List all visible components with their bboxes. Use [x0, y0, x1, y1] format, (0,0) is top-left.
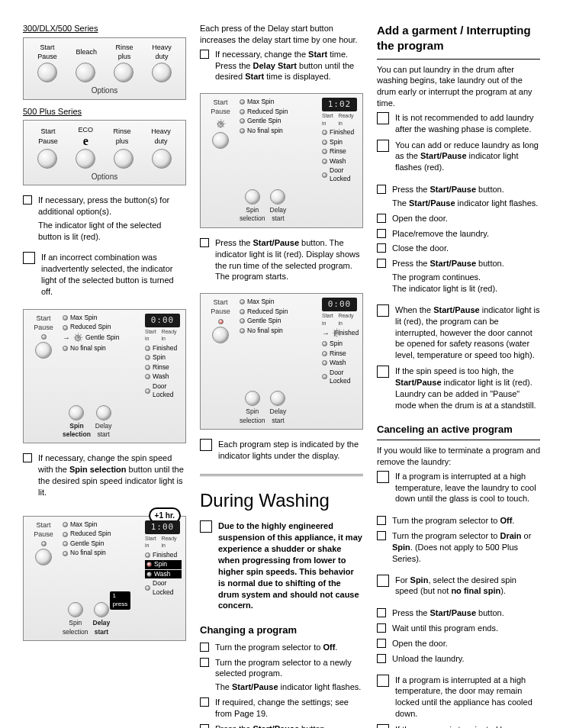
knob-icon — [94, 602, 109, 617]
column-1: 300/DLX/500 Series Start Pause Bleach Ri… — [23, 23, 186, 728]
time-display: 0:00 — [145, 314, 180, 327]
list-item: Press the Start/Pause button.The program… — [377, 258, 540, 295]
control-panel-display-1: Start Pause Max Spin Reduced Spin →Gentl… — [23, 309, 186, 444]
knob-icon — [35, 342, 52, 359]
step-list: If necessary, change the Start time. Pre… — [200, 49, 363, 87]
column-2: Each press of the Delay start button inc… — [200, 23, 363, 728]
options-label: Options — [28, 85, 181, 96]
list-item: When the Start/Pause indicator light is … — [377, 304, 540, 361]
list-item: If required, change the settings; see fr… — [200, 697, 363, 720]
list-item: If a program is interrupted at a high te… — [377, 675, 540, 720]
list-item: It is not recommended to add laundry aft… — [377, 112, 540, 135]
btn-label: Heavy duty — [151, 127, 171, 145]
list-item: Open the door. — [377, 638, 540, 649]
panel-500plus: Start Pause ECOe Rinse plus Heavy duty O… — [23, 120, 186, 185]
series-label-300: 300/DLX/500 Series — [23, 23, 186, 34]
step-list: Turn the program selector to Off. Turn t… — [377, 515, 540, 568]
time-display: 1:00 — [145, 520, 180, 534]
list-item: Unload the laundry. — [377, 653, 540, 665]
list-item: For Spin, select the desired spin speed … — [377, 575, 540, 598]
list-item: Due to the highly engineered suspension … — [200, 520, 363, 611]
list-item: Wait until this program ends. — [377, 623, 540, 634]
list-item: Turn the program selector to Off. — [377, 515, 540, 527]
list-item: Open the door. — [377, 213, 540, 224]
note-list: Due to the highly engineered suspension … — [200, 520, 363, 616]
knob-icon — [76, 149, 95, 169]
knob-icon — [270, 391, 285, 406]
list-item: Place/remove the laundry. — [377, 228, 540, 240]
list-item: Press the Start/Pause button. The indica… — [200, 237, 363, 282]
step-list: If necessary, press the button(s) for ad… — [23, 195, 186, 246]
sun-icon — [215, 119, 226, 130]
list-item: You can add or reduce laundry as long as… — [377, 140, 540, 174]
knob-icon — [245, 391, 260, 406]
step-list: Turn the program selector to Off. Turn t… — [200, 642, 363, 728]
knob-icon — [37, 63, 57, 82]
knob-icon — [245, 189, 260, 205]
sun-icon — [72, 333, 83, 343]
knob-icon — [152, 63, 172, 82]
press-flag: 1 press — [110, 591, 131, 610]
step-list: Press the Start/Pause button. The indica… — [200, 237, 363, 286]
intro-text: You can put laundry in the drum after wa… — [377, 64, 540, 109]
knob-icon — [76, 63, 95, 82]
options-label: Options — [28, 172, 181, 182]
note-list: If a program is interrupted at a high te… — [377, 471, 540, 510]
knob-icon — [114, 63, 134, 82]
list-item: Press the Start/Pause button.The Start/P… — [377, 184, 540, 209]
heading-changing-program: Changing a program — [200, 623, 363, 637]
list-item: Each program step is indicated by the in… — [200, 439, 363, 462]
list-item: If necessary, change the spin speed with… — [23, 453, 186, 498]
btn-label: Heavy duty — [152, 43, 172, 61]
control-panel-display-2: +1 hr. Start Pause Max Spin Reduced Spin… — [23, 516, 186, 641]
knob-icon — [69, 405, 84, 420]
section-divider — [200, 474, 363, 476]
list-item: Press the Start/Pause button.The program… — [200, 723, 363, 728]
time-display: 1:02 — [322, 98, 357, 111]
list-item: If necessary, change the Start time. Pre… — [200, 49, 363, 83]
knob-icon — [37, 149, 57, 169]
list-item: Close the door. — [377, 243, 540, 254]
list-item: Turn the program selector to a newly sel… — [200, 657, 363, 694]
indicator-icon — [41, 334, 47, 340]
list-item: If the program is terminated by switchin… — [377, 724, 540, 728]
knob-icon — [114, 149, 134, 169]
note-list: For Spin, select the desired spin speed … — [377, 575, 540, 602]
btn-label: Bleach — [76, 47, 97, 56]
intro-text: Each press of the Delay start button inc… — [200, 23, 363, 46]
indicator-icon — [41, 541, 47, 546]
knob-icon — [35, 549, 52, 565]
list-item: Turn the program selector to Off. — [200, 642, 363, 653]
btn-label: Start Pause — [37, 43, 57, 61]
time-display: 0:00 — [322, 298, 357, 311]
intro-text: If you would like to terminate a program… — [377, 445, 540, 468]
list-item: If a program is interrupted at a high te… — [377, 471, 540, 505]
control-panel-display-4: Start Pause Max Spin Reduced Spin Gentle… — [200, 293, 363, 430]
list-item: Press the Start/Pause button. — [377, 607, 540, 619]
heading-canceling-program: Canceling an active program — [377, 423, 540, 436]
panel-300dlx500: Start Pause Bleach Rinse plus Heavy duty… — [23, 37, 186, 100]
step-list: If necessary, change the spin speed with… — [23, 453, 186, 501]
eco-icon: e — [83, 135, 88, 147]
knob-icon — [152, 149, 172, 169]
knob-icon — [96, 405, 111, 420]
note-list: Each program step is indicated by the in… — [200, 439, 363, 466]
knob-icon — [212, 132, 229, 149]
note-list: When the Start/Pause indicator light is … — [377, 304, 540, 416]
step-list: Press the Start/Pause button. Wait until… — [377, 607, 540, 668]
eco-label: ECOe — [78, 125, 93, 147]
note-list: If an incorrect combination was inadvert… — [23, 252, 186, 301]
btn-label: Start Pause — [38, 127, 58, 145]
list-item: If necessary, press the button(s) for ad… — [23, 195, 186, 242]
knob-icon — [68, 602, 83, 617]
btn-label: Rinse plus — [114, 127, 131, 145]
btn-label: Rinse plus — [116, 43, 134, 61]
note-list: If a program is interrupted at a high te… — [377, 675, 540, 728]
series-label-500plus: 500 Plus Series — [23, 106, 186, 118]
column-3: Add a garment / Interrupting the program… — [377, 23, 540, 728]
heading-during-washing: During Washing — [200, 488, 363, 513]
list-item: If the spin speed is too high, the Start… — [377, 366, 540, 411]
list-item: Turn the program selector to Drain or Sp… — [377, 530, 540, 565]
step-list: Press the Start/Pause button.The Start/P… — [377, 184, 540, 298]
indicator-on-icon — [218, 319, 224, 324]
